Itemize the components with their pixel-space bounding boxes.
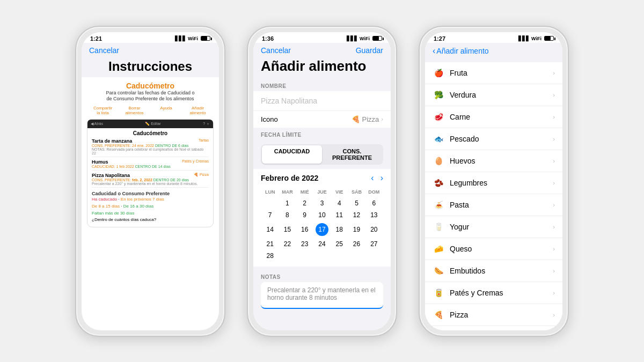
calendar-day[interactable]: 24 [314,239,330,249]
calendar-day[interactable] [279,250,295,261]
tab-caducidad[interactable]: CADUCIDAD [262,145,322,164]
calendar-day[interactable]: 20 [366,221,382,238]
calendar-day[interactable] [297,250,313,261]
calendar-day[interactable]: 13 [366,210,382,220]
notes-input[interactable]: Precalentar a 220° y mantenerla en el ho… [261,282,383,309]
list-item[interactable]: 🍣 Sushi › [425,326,562,330]
list-item[interactable]: 🍕 Pizza › [425,304,562,326]
category-icon: 🥛 [433,221,444,233]
icon-value: 🍕 Pizza › [352,115,383,123]
calendar-section: Febrero de 2022 ‹ › LUN MAR MIÉ JUE VIE [253,169,391,267]
instructions-content: Caducómetro Para controlar las fechas de… [82,77,219,330]
calendar-day[interactable]: 6 [366,198,382,209]
calendar-day[interactable] [366,250,382,261]
calendar-day[interactable]: 1 [279,198,295,209]
mini-food-humus: Humus Patés y Cremas CADUCIDAD: 1 feb 20… [92,159,209,171]
col-vie: VIE [331,188,347,197]
cancel-button-2[interactable]: Cancelar [261,46,291,55]
category-icon: 🥚 [433,155,444,167]
time-1: 1:21 [90,35,102,42]
col-mar: MAR [279,188,295,197]
item-chevron-icon: › [553,268,555,274]
category-label: Queso [450,245,553,253]
list-item[interactable]: 🥫 Patés y Cremas › [425,282,562,304]
calendar-day[interactable]: 12 [348,210,364,220]
col-lun: LUN [262,188,278,197]
category-label: Legumbres [450,179,553,187]
calendar-day[interactable]: 15 [279,221,295,238]
prev-month-button[interactable]: ‹ [371,173,374,183]
back-button-3[interactable]: ‹ Añadir alimento [433,46,489,56]
save-button-2[interactable]: Guardar [356,46,383,55]
item-chevron-icon: › [553,290,555,296]
calendar-day[interactable]: 23 [297,239,313,249]
list-item[interactable]: 🥚 Huevos › [425,150,562,172]
col-dom: DOM [366,188,382,197]
category-label: Embutidos [450,267,553,275]
mini-food-tarta: Tarta de manzana Tartas CONS. PREFERENTE… [92,138,209,157]
categories-group: 🍎 Fruta › 🥦 Verdura › 🥩 Carne › 🐟 Pescad… [425,62,562,330]
item-chevron-icon: › [553,202,555,208]
wifi-icon-2: WiFi [360,36,370,41]
list-item[interactable]: 🥛 Yogur › [425,216,562,238]
category-icon: 🥫 [433,287,444,299]
list-item[interactable]: 🧀 Queso › [425,238,562,260]
phone-3: 1:27 ▋▋▋ WiFi ‹ Añadir alimento 🍎 Fruta … [419,26,569,337]
battery-icon-2 [372,36,382,41]
calendar-day[interactable]: 21 [262,239,278,249]
action-help: Ayuda [153,106,180,116]
fecha-tabs: CADUCIDAD CONS. PREFERENTE [261,144,383,165]
icon-selector[interactable]: Icono 🍕 Pizza › [253,111,391,128]
category-label: Yogur [450,223,553,231]
calendar-day[interactable]: 25 [331,239,347,249]
name-input[interactable]: Pizza Napolitana [253,91,391,111]
calendar-day[interactable]: 5 [348,198,364,209]
calendar-day[interactable]: 11 [331,210,347,220]
calendar-day[interactable]: 28 [262,250,278,261]
time-3: 1:27 [434,35,445,42]
back-label: Añadir alimento [436,47,488,55]
calendar-day[interactable]: 9 [297,210,313,220]
calendar-day[interactable]: 2 [297,198,313,209]
calendar-day[interactable]: 26 [348,239,364,249]
list-item[interactable]: 🍎 Fruta › [425,62,562,84]
calendar-nav: ‹ › [371,173,383,183]
calendar-day[interactable]: 27 [366,239,382,249]
nav-bar-3: ‹ Añadir alimento [425,43,562,58]
list-item[interactable]: 🥦 Verdura › [425,84,562,106]
calendar-day[interactable]: 3 [314,198,330,209]
calendar-day[interactable]: 7 [262,210,278,220]
calendar-day[interactable]: 17 [314,221,330,238]
signal-icon-2: ▋▋▋ [347,36,358,41]
next-month-button[interactable]: › [380,173,383,183]
calendar-day[interactable] [314,250,330,261]
calendar-day[interactable] [348,250,364,261]
category-label: Verdura [450,91,553,99]
calendar-day[interactable]: 10 [314,210,330,220]
page-title-1: Instrucciones [82,57,219,77]
calendar-day[interactable]: 14 [262,221,278,238]
list-item[interactable]: 🫘 Legumbres › [425,172,562,194]
calendar-day[interactable] [262,198,278,209]
mini-food-pizza: Pizza Napolitana 🍕 Pizza CONS. PREFERENT… [92,173,209,188]
item-chevron-icon: › [553,312,555,318]
item-chevron-icon: › [553,224,555,230]
status-bar-1: 1:21 ▋▋▋ WiFi [82,32,219,43]
list-item[interactable]: 🐟 Pescado › [425,128,562,150]
legend-section: Caducidad o Consumo Preferente Ha caduca… [92,191,209,224]
list-item[interactable]: 🍝 Pasta › [425,194,562,216]
calendar-day[interactable]: 19 [348,221,364,238]
cancel-button-1[interactable]: Cancelar [89,46,119,55]
tab-cons-preferente[interactable]: CONS. PREFERENTE [322,145,382,164]
calendar-day[interactable]: 22 [279,239,295,249]
category-icon: 🧀 [433,243,444,255]
calendar-day[interactable]: 8 [279,210,295,220]
calendar-day[interactable]: 18 [331,221,347,238]
fecha-section-header: FECHA LÍMITE [253,128,391,140]
list-item[interactable]: 🌭 Embutidos › [425,260,562,282]
list-item[interactable]: 🥩 Carne › [425,106,562,128]
calendar-day[interactable]: 4 [331,198,347,209]
chevron-icon: › [381,116,383,122]
calendar-day[interactable]: 16 [297,221,313,238]
calendar-day[interactable] [331,250,347,261]
